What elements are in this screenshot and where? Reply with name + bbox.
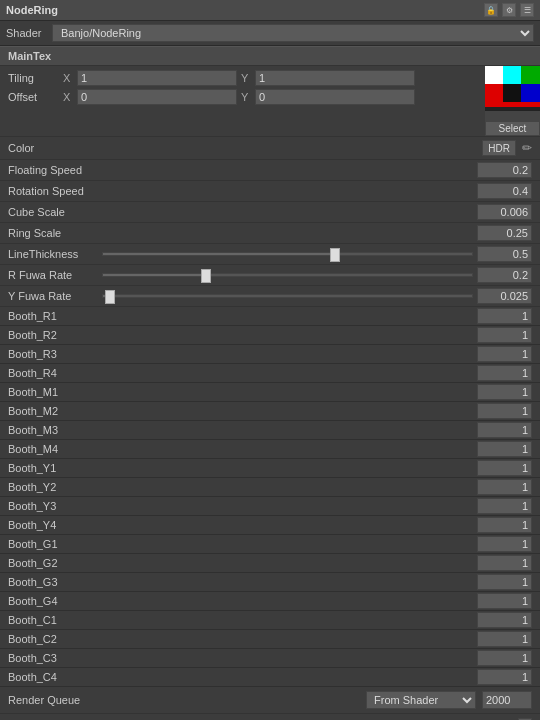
r-fuwa-rate-value[interactable] — [477, 267, 532, 283]
booth-row: Booth_Y4 — [0, 516, 540, 535]
booth-label: Booth_G2 — [8, 557, 477, 569]
booth-label: Booth_M1 — [8, 386, 477, 398]
r-fuwa-rate-slider-row: R Fuwa Rate — [0, 265, 540, 286]
booth-row: Booth_C4 — [0, 668, 540, 687]
menu-icon[interactable]: ☰ — [520, 3, 534, 17]
booth-label: Booth_G3 — [8, 576, 477, 588]
booth-row: Booth_M4 — [0, 440, 540, 459]
booth-row: Booth_R2 — [0, 326, 540, 345]
texture-swatch[interactable] — [485, 66, 540, 121]
booth-value-input[interactable] — [477, 460, 532, 476]
booth-value-input[interactable] — [477, 669, 532, 685]
booth-row: Booth_M2 — [0, 402, 540, 421]
booth-value-input[interactable] — [477, 498, 532, 514]
booth-container: Booth_R1Booth_R2Booth_R3Booth_R4Booth_M1… — [0, 307, 540, 687]
render-queue-value[interactable] — [482, 691, 532, 709]
booth-value-input[interactable] — [477, 441, 532, 457]
booth-label: Booth_Y3 — [8, 500, 477, 512]
texture-row: Tiling X Y Offset X Y — [0, 66, 540, 137]
booth-value-input[interactable] — [477, 384, 532, 400]
booth-row: Booth_Y1 — [0, 459, 540, 478]
booth-value-input[interactable] — [477, 593, 532, 609]
booth-value-input[interactable] — [477, 555, 532, 571]
svg-rect-6 — [485, 102, 540, 107]
booth-value-input[interactable] — [477, 536, 532, 552]
y-fuwa-rate-track[interactable] — [102, 294, 473, 298]
line-thickness-track[interactable] — [102, 252, 473, 256]
booth-value-input[interactable] — [477, 631, 532, 647]
render-queue-label: Render Queue — [8, 694, 360, 706]
offset-row: Offset X Y — [8, 89, 477, 105]
settings-icon[interactable]: ⚙ — [502, 3, 516, 17]
select-button[interactable]: Select — [485, 121, 540, 136]
booth-value-input[interactable] — [477, 517, 532, 533]
booth-row: Booth_M1 — [0, 383, 540, 402]
booth-label: Booth_C4 — [8, 671, 477, 683]
booth-row: Booth_G1 — [0, 535, 540, 554]
booth-label: Booth_C1 — [8, 614, 477, 626]
booth-label: Booth_G4 — [8, 595, 477, 607]
shader-label: Shader — [6, 27, 46, 39]
booth-value-input[interactable] — [477, 612, 532, 628]
svg-rect-7 — [485, 107, 540, 111]
hdr-button[interactable]: HDR — [482, 140, 516, 156]
booth-value-input[interactable] — [477, 365, 532, 381]
svg-rect-3 — [485, 84, 503, 102]
svg-rect-5 — [521, 84, 540, 102]
booth-value-input[interactable] — [477, 574, 532, 590]
booth-value-input[interactable] — [477, 308, 532, 324]
line-thickness-slider-row: LineThickness — [0, 244, 540, 265]
booth-label: Booth_C2 — [8, 633, 477, 645]
color-label: Color — [8, 142, 476, 154]
line-thickness-value[interactable] — [477, 246, 532, 262]
tiling-label: Tiling — [8, 72, 63, 84]
y-fuwa-rate-label: Y Fuwa Rate — [8, 290, 98, 302]
svg-rect-2 — [521, 66, 540, 84]
cube-scale-label: Cube Scale — [8, 206, 477, 218]
cube-scale-input[interactable] — [477, 204, 532, 220]
window-title: NodeRing — [6, 4, 58, 16]
rotation-speed-input[interactable] — [477, 183, 532, 199]
rotation-speed-row: Rotation Speed — [0, 181, 540, 202]
booth-label: Booth_Y4 — [8, 519, 477, 531]
double-sided-row: Double Sided Global Illumination — [0, 714, 540, 720]
booth-label: Booth_C3 — [8, 652, 477, 664]
booth-value-input[interactable] — [477, 422, 532, 438]
booth-value-input[interactable] — [477, 403, 532, 419]
offset-x-input[interactable] — [77, 89, 237, 105]
booth-value-input[interactable] — [477, 327, 532, 343]
offset-x-label: X — [63, 91, 73, 103]
render-queue-select[interactable]: From Shader — [366, 691, 476, 709]
booth-row: Booth_G2 — [0, 554, 540, 573]
tiling-y-label: Y — [241, 72, 251, 84]
color-row: Color HDR ✏ — [0, 137, 540, 160]
y-fuwa-rate-value[interactable] — [477, 288, 532, 304]
offset-y-input[interactable] — [255, 89, 415, 105]
floating-speed-input[interactable] — [477, 162, 532, 178]
eyedropper-icon[interactable]: ✏ — [522, 141, 532, 155]
booth-label: Booth_Y1 — [8, 462, 477, 474]
booth-row: Booth_C3 — [0, 649, 540, 668]
texture-fields: Tiling X Y Offset X Y — [0, 66, 485, 136]
shader-select[interactable]: Banjo/NodeRing — [52, 24, 534, 42]
booth-row: Booth_G3 — [0, 573, 540, 592]
ring-scale-input[interactable] — [477, 225, 532, 241]
booth-value-input[interactable] — [477, 346, 532, 362]
line-thickness-label: LineThickness — [8, 248, 98, 260]
lock-icon[interactable]: 🔒 — [484, 3, 498, 17]
ring-scale-row: Ring Scale — [0, 223, 540, 244]
offset-label: Offset — [8, 91, 63, 103]
booth-row: Booth_G4 — [0, 592, 540, 611]
render-queue-row: Render Queue From Shader — [0, 687, 540, 714]
booth-label: Booth_M3 — [8, 424, 477, 436]
tiling-y-input[interactable] — [255, 70, 415, 86]
booth-value-input[interactable] — [477, 479, 532, 495]
r-fuwa-rate-track[interactable] — [102, 273, 473, 277]
booth-row: Booth_C2 — [0, 630, 540, 649]
booth-row: Booth_R4 — [0, 364, 540, 383]
tiling-x-input[interactable] — [77, 70, 237, 86]
main-tex-header: MainTex — [0, 46, 540, 66]
title-icons: 🔒 ⚙ ☰ — [484, 3, 534, 17]
booth-value-input[interactable] — [477, 650, 532, 666]
booth-row: Booth_Y3 — [0, 497, 540, 516]
